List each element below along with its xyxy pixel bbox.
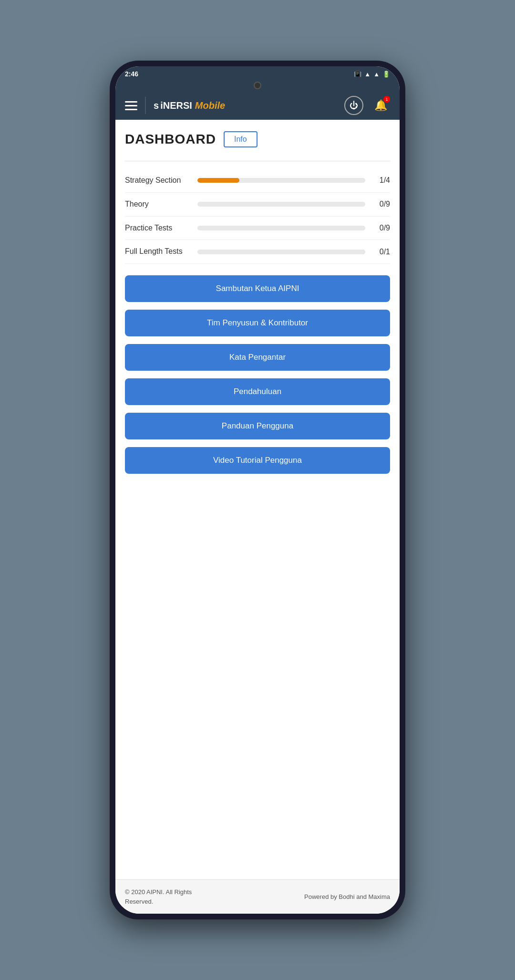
progress-count: 0/9 <box>371 224 390 232</box>
progress-bar-container <box>197 178 365 183</box>
action-button[interactable]: Tim Penyusun & Kontributor <box>125 310 390 336</box>
progress-section: Strategy Section1/4Theory0/9Practice Tes… <box>125 161 390 264</box>
footer-copyright: © 2020 AIPNI. All RightsReserved. <box>125 888 192 905</box>
action-buttons: Sambutan Ketua AIPNITim Penyusun & Kontr… <box>125 275 390 474</box>
progress-label: Theory <box>125 199 192 209</box>
action-button[interactable]: Panduan Pengguna <box>125 413 390 439</box>
action-button[interactable]: Pendahuluan <box>125 378 390 405</box>
brand-mobile: Mobile <box>195 100 225 111</box>
hamburger-line-3 <box>125 109 137 110</box>
progress-row: Full Length Tests0/1 <box>125 240 390 264</box>
progress-row: Theory0/9 <box>125 193 390 217</box>
brand-si: s <box>154 100 159 111</box>
wifi-icon: ▲ <box>364 71 371 78</box>
progress-bar-fill <box>197 178 239 183</box>
footer-left: © 2020 AIPNI. All RightsReserved. <box>125 887 192 906</box>
info-button[interactable]: Info <box>224 131 258 147</box>
progress-bar-container <box>197 250 365 254</box>
dashboard-title: DASHBOARD <box>125 132 216 147</box>
hamburger-line-2 <box>125 105 137 106</box>
main-content: DASHBOARD Info Strategy Section1/4Theory… <box>115 120 400 879</box>
action-button[interactable]: Sambutan Ketua AIPNI <box>125 275 390 302</box>
progress-count: 0/1 <box>371 248 390 256</box>
notification-badge: 1 <box>383 96 390 103</box>
time-display: 2:46 <box>125 70 138 78</box>
notification-button[interactable]: 🔔 1 <box>371 96 390 115</box>
phone-screen: 2:46 📳 ▲ ▲ 🔋 s iNERSI Mobile <box>115 66 400 914</box>
camera-dot <box>254 82 261 89</box>
signal-icon: ▲ <box>373 71 380 78</box>
progress-bar-container <box>197 202 365 207</box>
progress-bar-container <box>197 226 365 230</box>
battery-icon: 🔋 <box>382 71 390 78</box>
brand-nersi: iNERSI <box>160 100 192 111</box>
progress-row: Strategy Section1/4 <box>125 169 390 193</box>
camera-area <box>115 82 400 91</box>
phone-frame: 2:46 📳 ▲ ▲ 🔋 s iNERSI Mobile <box>110 61 405 919</box>
progress-label: Strategy Section <box>125 176 192 186</box>
status-icons: 📳 ▲ ▲ 🔋 <box>354 71 390 78</box>
progress-row: Practice Tests0/9 <box>125 217 390 240</box>
nav-bar: s iNERSI Mobile ⏻ 🔔 1 <box>115 91 400 120</box>
progress-count: 0/9 <box>371 200 390 209</box>
login-icon: ⏻ <box>350 101 358 111</box>
status-bar: 2:46 📳 ▲ ▲ 🔋 <box>115 66 400 82</box>
action-button[interactable]: Video Tutorial Pengguna <box>125 447 390 474</box>
action-button[interactable]: Kata Pengantar <box>125 344 390 371</box>
dashboard-header: DASHBOARD Info <box>125 131 390 147</box>
brand: s iNERSI Mobile <box>154 100 225 111</box>
login-button[interactable]: ⏻ <box>344 96 363 115</box>
nav-divider <box>145 97 146 114</box>
progress-label: Practice Tests <box>125 223 192 233</box>
footer-powered-by: Powered by Bodhi and Maxima <box>304 893 390 900</box>
hamburger-line-1 <box>125 101 137 103</box>
hamburger-menu[interactable] <box>125 101 137 110</box>
footer-right: Powered by Bodhi and Maxima <box>304 893 390 900</box>
footer: © 2020 AIPNI. All RightsReserved. Powere… <box>115 879 400 914</box>
vibrate-icon: 📳 <box>354 71 361 78</box>
progress-label: Full Length Tests <box>125 247 192 257</box>
progress-count: 1/4 <box>371 176 390 185</box>
